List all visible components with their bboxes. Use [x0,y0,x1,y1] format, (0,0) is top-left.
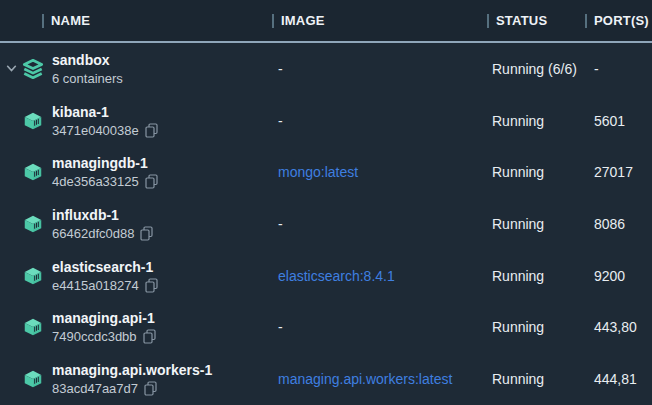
status-cell: Running [487,371,585,387]
name-cell: influxdb-1 66462dfc0d88 [0,206,272,242]
container-name: managing.api-1 [52,309,156,327]
name-cell: managing.api-1 7490ccdc3dbb [0,309,272,345]
ports-cell: 444,81 [585,371,652,387]
table-row[interactable]: sandbox 6 containers - Running (6/6) - [0,43,652,95]
table-header: NAME IMAGE STATUS PORT(S) [0,0,652,43]
table-row[interactable]: managingdb-1 4de356a33125 mongo:latest R… [0,146,652,198]
table-row[interactable]: elasticsearch-1 e4415a018274 elasticsear… [0,250,652,302]
status-cell: Running [487,268,585,284]
name-text-block: managing.api.workers-1 83acd47aa7d7 [52,361,212,397]
image-cell-text: - [278,216,283,232]
image-cell: - [272,216,487,232]
column-header-ports: PORT(S) [585,13,652,28]
column-separator [272,14,274,28]
container-name: kibana-1 [52,103,158,121]
ports-cell: 443,80 [585,319,652,335]
compose-stack-icon [22,58,44,80]
status-cell: Running [487,113,585,129]
ports-cell: 8086 [585,216,652,232]
image-cell: - [272,319,487,335]
image-cell: - [272,113,487,129]
image-cell-text: - [278,113,283,129]
container-name: elasticsearch-1 [52,258,158,276]
name-text-block: influxdb-1 66462dfc0d88 [52,206,153,242]
copy-icon[interactable] [145,174,158,189]
container-cube-icon [22,368,44,390]
image-cell: - [272,61,487,77]
ports-cell: 5601 [585,113,652,129]
copy-icon[interactable] [140,226,153,241]
container-id: e4415a018274 [52,277,139,294]
name-cell: kibana-1 3471e040038e [0,103,272,139]
copy-icon[interactable] [143,329,156,344]
ports-cell: 27017 [585,164,652,180]
image-cell-text[interactable]: elasticsearch:8.4.1 [278,268,395,284]
copy-icon[interactable] [145,123,158,138]
image-cell-text[interactable]: mongo:latest [278,164,358,180]
containers-table: NAME IMAGE STATUS PORT(S) [0,0,652,405]
column-separator [585,14,587,28]
image-cell: elasticsearch:8.4.1 [272,268,487,284]
name-cell: elasticsearch-1 e4415a018274 [0,258,272,294]
image-cell-text[interactable]: managing.api.workers:latest [278,371,452,387]
container-id: 83acd47aa7d7 [52,380,138,397]
table-row[interactable]: influxdb-1 66462dfc0d88 - Running 8086 [0,198,652,250]
name-text-block: sandbox 6 containers [52,51,123,87]
name-text-block: managing.api-1 7490ccdc3dbb [52,309,156,345]
container-name: influxdb-1 [52,206,153,224]
name-cell: managingdb-1 4de356a33125 [0,154,272,190]
copy-icon[interactable] [145,278,158,293]
column-header-image: IMAGE [272,13,487,28]
column-header-name-label: NAME [51,13,90,28]
container-id: 66462dfc0d88 [52,225,134,242]
status-cell: Running [487,164,585,180]
status-cell: Running [487,216,585,232]
image-cell: mongo:latest [272,164,487,180]
column-header-name: NAME [0,13,272,28]
container-id: 7490ccdc3dbb [52,328,137,345]
column-separator [487,14,489,28]
name-text-block: kibana-1 3471e040038e [52,103,158,139]
container-cube-icon [22,265,44,287]
image-cell-text: - [278,319,283,335]
ports-cell: - [585,61,652,77]
container-cube-icon [22,213,44,235]
column-header-status: STATUS [487,13,585,28]
status-cell: Running (6/6) [487,61,585,77]
column-separator [42,14,44,28]
column-header-status-label: STATUS [496,13,547,28]
column-header-ports-label: PORT(S) [594,13,649,28]
container-id: 4de356a33125 [52,173,139,190]
container-table-body: sandbox 6 containers - Running (6/6) - [0,43,652,405]
ports-cell: 9200 [585,268,652,284]
image-cell-text: - [278,61,283,77]
table-row[interactable]: managing.api.workers-1 83acd47aa7d7 mana… [0,353,652,405]
image-cell: managing.api.workers:latest [272,371,487,387]
name-cell: managing.api.workers-1 83acd47aa7d7 [0,361,272,397]
container-cube-icon [22,161,44,183]
column-header-image-label: IMAGE [281,13,325,28]
name-cell: sandbox 6 containers [0,51,272,87]
copy-icon[interactable] [144,381,157,396]
name-text-block: managingdb-1 4de356a33125 [52,154,158,190]
container-name: managingdb-1 [52,154,158,172]
container-id: 3471e040038e [52,122,139,139]
container-cube-icon [22,110,44,132]
container-name: sandbox [52,51,123,69]
table-row[interactable]: managing.api-1 7490ccdc3dbb - Running 44… [0,302,652,354]
container-id: 6 containers [52,70,123,87]
container-name: managing.api.workers-1 [52,361,212,379]
container-cube-icon [22,316,44,338]
name-text-block: elasticsearch-1 e4415a018274 [52,258,158,294]
chevron-down-icon[interactable] [5,63,18,74]
table-row[interactable]: kibana-1 3471e040038e - Running 5601 [0,95,652,147]
status-cell: Running [487,319,585,335]
